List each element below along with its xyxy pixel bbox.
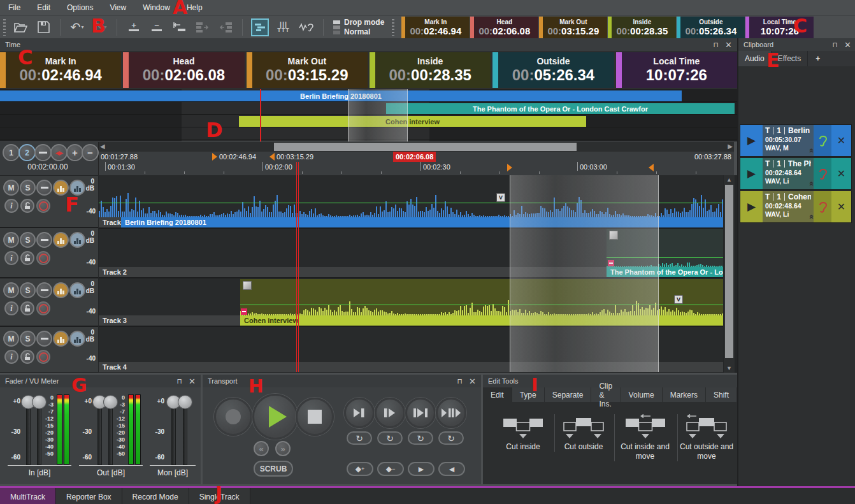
add-clipboard-tab-button[interactable]: + (807, 51, 828, 66)
track3-meter-mode-button[interactable] (53, 282, 69, 298)
zoom-minus-button[interactable] (34, 144, 52, 161)
track3-clip-fade-marker[interactable] (241, 308, 247, 315)
track2-meter-mode-button[interactable] (53, 232, 69, 248)
project-overview[interactable]: Berlin Briefing 20180801 The Phantom of … (0, 89, 737, 141)
fader-panel-pin-icon[interactable]: ⊓ (177, 377, 183, 385)
in-fader-left[interactable] (26, 400, 31, 465)
zoom-to-selection-button[interactable]: ◀▶ (50, 144, 68, 161)
scrub-button[interactable]: SCRUB (254, 461, 293, 477)
remove-clip-icon[interactable]: ✕ (831, 125, 851, 156)
track1-solo-button[interactable]: S (20, 180, 36, 196)
save-icon[interactable] (35, 19, 52, 36)
play-from-mark-button[interactable] (375, 398, 405, 428)
fader-panel-close-icon[interactable]: ✕ (189, 377, 196, 386)
playhead-line-1[interactable] (296, 162, 297, 372)
menu-view[interactable]: View (101, 0, 134, 15)
tab-clip-ins[interactable]: Clip & Ins. (591, 387, 621, 402)
loop-play-from-icon[interactable]: ↻ (377, 431, 403, 445)
mon-fader-right[interactable] (183, 400, 187, 465)
track2-wave-mode-button[interactable] (69, 232, 85, 248)
loop-out-marker-icon[interactable] (649, 164, 654, 171)
tab-multitrack[interactable]: MultiTrack (0, 488, 56, 504)
transport-pin-icon[interactable]: ⊓ (457, 377, 463, 385)
loop-in-marker-icon[interactable] (507, 164, 512, 171)
out-fader-right[interactable] (108, 400, 113, 465)
group-clips-icon[interactable] (194, 19, 211, 36)
cut-inside-tool[interactable]: Cut inside (494, 414, 552, 452)
track3-volume-marker[interactable]: V (674, 295, 683, 304)
timeline-hscrollbar[interactable]: ◀ ▶ (99, 142, 734, 152)
track1-volume-marker[interactable]: V (496, 193, 505, 202)
transport-close-icon[interactable]: ✕ (469, 377, 476, 386)
play-outside-button[interactable] (436, 398, 466, 428)
vscroll-thumb[interactable] (725, 185, 733, 358)
cut-outside-tool[interactable]: Cut outside (554, 414, 612, 452)
overview-selection[interactable] (348, 89, 408, 141)
mark-in-marker-icon[interactable] (212, 153, 217, 161)
track4-mute-button[interactable]: M (3, 331, 19, 347)
skip-forward-button[interactable]: » (275, 441, 291, 456)
track4-wave-mode-button[interactable] (69, 331, 85, 347)
tab-markers[interactable]: Markers (663, 387, 706, 402)
track1-info-button[interactable]: i (4, 199, 18, 213)
tab-shift[interactable]: Shift (706, 387, 737, 402)
prelisten-ear-icon[interactable] (814, 191, 831, 222)
hscroll-left-arrow-icon[interactable]: ◀ (100, 143, 105, 150)
track3-lock-button[interactable] (20, 301, 34, 315)
tab-record-mode[interactable]: Record Mode (122, 488, 189, 504)
record-button[interactable] (214, 398, 252, 436)
track3-mute-button[interactable]: M (3, 282, 19, 298)
prelisten-ear-icon[interactable] (814, 158, 831, 189)
track4-info-button[interactable]: i (4, 350, 18, 364)
remove-clip-icon[interactable]: ✕ (831, 158, 851, 189)
mark-out-marker-icon[interactable] (269, 153, 275, 161)
track2-info-button[interactable]: i (4, 251, 18, 265)
track4-solo-button[interactable]: S (20, 331, 36, 347)
play-clip-icon[interactable]: ▶ (740, 191, 763, 222)
menu-edit[interactable]: Edit (29, 0, 59, 15)
multitrack-view-icon[interactable] (251, 18, 269, 36)
track3-solo-button[interactable]: S (20, 282, 36, 298)
prelisten-ear-icon[interactable] (814, 125, 831, 156)
track3-hide-button[interactable] (36, 282, 52, 298)
menu-file[interactable]: File (0, 0, 29, 15)
zoom-in-button[interactable]: + (66, 144, 83, 161)
track1-lock-button[interactable] (20, 199, 34, 213)
loop-outside-icon[interactable]: ↻ (438, 431, 464, 445)
tab-edit[interactable]: Edit (483, 387, 512, 402)
clipboard-item-cohen[interactable]: ▶ T1Cohen 00:02:48.64 WAV, Li » ✕ (740, 191, 852, 223)
overview-clip-cohen[interactable]: Cohen interview (239, 116, 586, 127)
drop-mode-label[interactable]: Drop mode Normal (344, 18, 384, 37)
overview-clip-berlin[interactable]: Berlin Briefing 20180801 (0, 90, 682, 101)
collapse-chevron-icon[interactable]: » (806, 150, 814, 153)
track1-record-arm-button[interactable] (36, 199, 50, 213)
tab-reporter-box[interactable]: Reporter Box (56, 488, 122, 504)
track2-mute-button[interactable]: M (3, 232, 19, 248)
track2-solo-button[interactable]: S (20, 232, 36, 248)
zoom-preset-1-button[interactable]: 1 (3, 144, 20, 161)
tab-separate[interactable]: Separate (545, 387, 592, 402)
clipboard-item-berlin[interactable]: ▶ T1Berlin 00:05:30.07 WAV, M » ✕ (740, 124, 852, 157)
track3-clip-handle[interactable] (243, 281, 252, 290)
remove-marker-button[interactable]: ◆− (377, 462, 404, 476)
time-panel-pin-icon[interactable]: ⊓ (714, 41, 719, 49)
menu-window[interactable]: Window (134, 0, 178, 15)
open-file-icon[interactable] (12, 19, 29, 36)
overview-clip-phantom[interactable]: The Phantom of the Opera Or - London Cas… (386, 103, 735, 114)
clipboard-close-icon[interactable]: ✕ (844, 40, 851, 50)
track3-wave-mode-button[interactable] (69, 282, 85, 298)
toolbar-drag-handle-2[interactable] (392, 19, 394, 36)
prelisten-waveform-icon[interactable] (298, 19, 315, 36)
track1-mute-button[interactable]: M (3, 180, 19, 196)
out-fader-left[interactable] (97, 400, 102, 465)
track2-hide-button[interactable] (36, 232, 52, 248)
add-marker-button[interactable]: ◆+ (347, 462, 373, 476)
cut-outside-move-tool[interactable]: Cut outside and move (677, 414, 735, 461)
track4-meter-mode-button[interactable] (53, 331, 69, 347)
remove-track-icon[interactable]: − (148, 19, 165, 36)
tab-volume[interactable]: Volume (621, 387, 663, 402)
play-clip-icon[interactable]: ▶ (740, 125, 763, 156)
track4-record-arm-button[interactable] (36, 350, 50, 364)
mon-fader-left[interactable] (171, 400, 176, 465)
play-inside-button[interactable] (405, 398, 436, 428)
